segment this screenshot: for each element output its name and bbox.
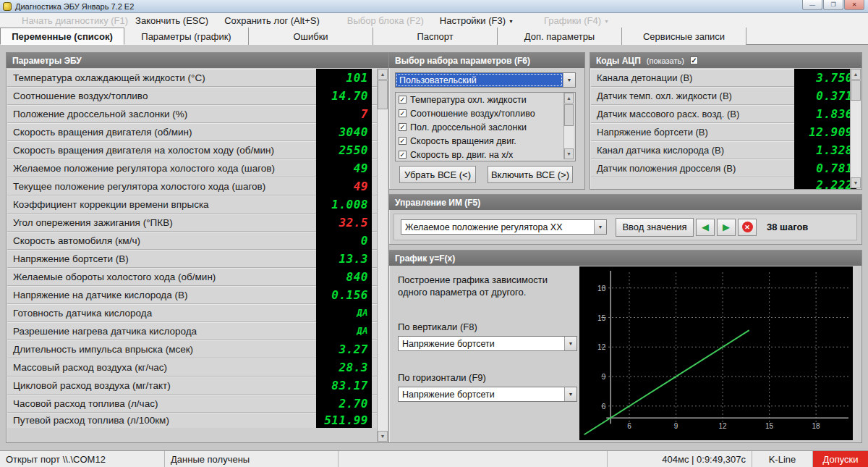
- param-set-panel-header: Выбор набора параметров (F6): [389, 53, 584, 68]
- adc-label: Канал датчика кислорода (В): [591, 145, 794, 156]
- param-checkbox-item[interactable]: ✓Температура охл. жидкости: [396, 93, 575, 106]
- param-value: 13.3: [339, 252, 368, 266]
- adc-row: Канала детонации (В)3.750: [591, 69, 861, 87]
- chevron-down-icon[interactable]: ▼: [594, 220, 606, 234]
- menu-item-label: Начать диагностику (F1): [22, 15, 128, 26]
- param-value: ДА: [357, 326, 368, 336]
- checkbox-icon[interactable]: ✓: [399, 96, 407, 104]
- scroll-up-icon[interactable]: ▲: [851, 69, 861, 80]
- param-label: Разрешение нагрева датчика кислорода: [7, 326, 316, 337]
- adc-value-cell: 3.750: [794, 69, 856, 87]
- param-row: Текущее положение регулятора холостого х…: [7, 177, 388, 195]
- menu-item[interactable]: Закончить (ESC): [135, 15, 208, 26]
- vertical-axis-value: Напряжение бортсети: [399, 337, 564, 350]
- param-row: Соотношение воздух/топливо14.70: [7, 87, 388, 105]
- minimize-button[interactable]: —: [802, 0, 822, 10]
- close-button[interactable]: ✕: [844, 0, 864, 10]
- param-checkbox-item[interactable]: ✓Скорость вращения двиг.: [396, 134, 575, 148]
- adc-value: 12.909: [809, 125, 853, 139]
- adc-panel-header: Коды АЦП (показать) ✓: [590, 53, 861, 68]
- restore-button[interactable]: ❐: [823, 0, 843, 10]
- adc-scrollbar[interactable]: ▲ ▼: [850, 69, 861, 188]
- param-value: 1.008: [331, 198, 368, 211]
- step-left-button[interactable]: ◀: [696, 219, 715, 236]
- enter-value-button[interactable]: Ввод значения: [616, 218, 694, 237]
- graph-description: Построение графика зависимости одного па…: [398, 274, 579, 298]
- menu-item[interactable]: Сохранить лог (Alt+S): [224, 15, 320, 26]
- tab-item[interactable]: Паспорт: [373, 28, 498, 45]
- param-value-cell: 83.17: [316, 376, 372, 395]
- checkbox-item-label: Температура охл. жидкости: [410, 95, 527, 105]
- step-right-button[interactable]: ▶: [717, 219, 736, 236]
- scroll-thumb[interactable]: [564, 104, 574, 126]
- param-label: Коэффициент коррекции времени впрыска: [7, 199, 316, 210]
- checkbox-icon[interactable]: ✓: [399, 109, 407, 117]
- param-value: 101: [346, 71, 368, 85]
- chevron-down-icon[interactable]: ▼: [563, 73, 575, 87]
- param-checkbox-item[interactable]: ✓Соотношение воздух/топливо: [396, 106, 575, 120]
- adc-value: 1.328: [816, 143, 853, 157]
- tick-label: 15: [765, 422, 774, 430]
- param-label: Путевой расход топлива (л/100км): [7, 415, 316, 426]
- chevron-down-icon: ▼: [509, 19, 514, 24]
- param-value: 7: [361, 107, 368, 121]
- param-label: Напряжение на датчике кислорода (В): [7, 290, 316, 300]
- scroll-thumb[interactable]: [378, 80, 388, 109]
- scroll-down-icon[interactable]: ▼: [564, 148, 574, 159]
- stop-button[interactable]: ✕: [738, 219, 757, 236]
- menu-item[interactable]: Настройки (F3)▼: [440, 15, 514, 26]
- param-set-dropdown[interactable]: Пользовательский ▼: [395, 72, 576, 88]
- actuator-dropdown[interactable]: Желаемое положение регулятора ХХ ▼: [401, 219, 607, 235]
- dopuski-badge[interactable]: Допуски: [813, 451, 868, 467]
- stop-icon: ✕: [742, 222, 753, 232]
- horizontal-axis-dropdown[interactable]: Напряжение бортсети ▼: [398, 387, 577, 402]
- adc-panel-title: Коды АЦП: [596, 56, 641, 66]
- scroll-down-icon[interactable]: ▼: [851, 177, 861, 188]
- param-value-cell: 840: [316, 268, 372, 286]
- scroll-down-icon[interactable]: ▼: [378, 431, 388, 442]
- tick-label: 6: [627, 422, 631, 430]
- param-checkbox-item[interactable]: ✓Скорость вр. двиг. на х/х: [396, 148, 575, 161]
- params-scrollbar[interactable]: ▲ ▼: [377, 69, 388, 442]
- chevron-down-icon[interactable]: ▼: [564, 387, 576, 401]
- adc-show-checkbox[interactable]: ✓: [690, 56, 698, 64]
- param-label: Температура охлаждающей жидкости (°C): [7, 72, 316, 83]
- tab-bar: Переменные (список)Параметры (график)Оши…: [0, 28, 868, 45]
- adc-value: 0.371: [816, 89, 853, 103]
- actuator-panel-header: Управление ИМ (F5): [389, 195, 861, 210]
- adc-row: Канал датчика кислорода (В)1.328: [591, 141, 861, 159]
- checkbox-item-label: Скорость вр. двиг. на х/х: [410, 150, 513, 160]
- checkbox-icon[interactable]: ✓: [399, 151, 407, 159]
- scroll-thumb[interactable]: [851, 80, 861, 101]
- checkbox-icon[interactable]: ✓: [399, 137, 407, 145]
- vertical-axis-dropdown[interactable]: Напряжение бортсети ▼: [398, 336, 577, 351]
- adc-label: Датчик положения дросселя (В): [591, 163, 794, 174]
- tab-item[interactable]: Доп. параметры: [498, 28, 622, 45]
- tab-item[interactable]: Параметры (график): [124, 28, 249, 45]
- tab-item[interactable]: Сервисные записи: [622, 28, 746, 45]
- tick-label: 9: [674, 422, 678, 430]
- adc-row: Напряжение бортсети (В)12.909: [591, 123, 861, 141]
- param-value: 32.5: [339, 216, 368, 230]
- param-label: Скорость автомобиля (км/ч): [7, 235, 316, 246]
- tab-item[interactable]: Ошибки: [249, 28, 373, 45]
- main-area: Параметры ЭБУ Температура охлаждающей жи…: [0, 45, 868, 450]
- param-value-cell: 32.5: [316, 214, 372, 232]
- scroll-up-icon[interactable]: ▲: [564, 93, 574, 104]
- param-set-panel: Выбор набора параметров (F6) Пользовател…: [388, 52, 585, 190]
- param-checkbox-item[interactable]: ✓Пол. дроссельной заслонки: [396, 120, 575, 134]
- steps-count-label: 38 шагов: [767, 222, 808, 232]
- include-all-button[interactable]: Включить ВСЕ (>): [488, 166, 573, 183]
- scroll-up-icon[interactable]: ▲: [378, 69, 388, 80]
- checkbox-icon[interactable]: ✓: [399, 123, 407, 131]
- adc-row: Датчик положения дросселя (В)0.781: [591, 159, 861, 177]
- param-value: 2.70: [339, 397, 368, 411]
- param-label: Длительность импульса впрыска (мсек): [7, 344, 316, 355]
- adc-label: Канала детонации (В): [591, 72, 794, 83]
- chevron-down-icon[interactable]: ▼: [564, 337, 576, 350]
- checkbox-list-scrollbar[interactable]: ▲ ▼: [563, 93, 574, 159]
- clear-all-button[interactable]: Убрать ВСЕ (<): [399, 166, 476, 183]
- param-value-cell: 1.008: [316, 195, 372, 214]
- tab-active[interactable]: Переменные (список): [0, 28, 124, 45]
- param-row: Длительность импульса впрыска (мсек)3.27: [7, 340, 388, 358]
